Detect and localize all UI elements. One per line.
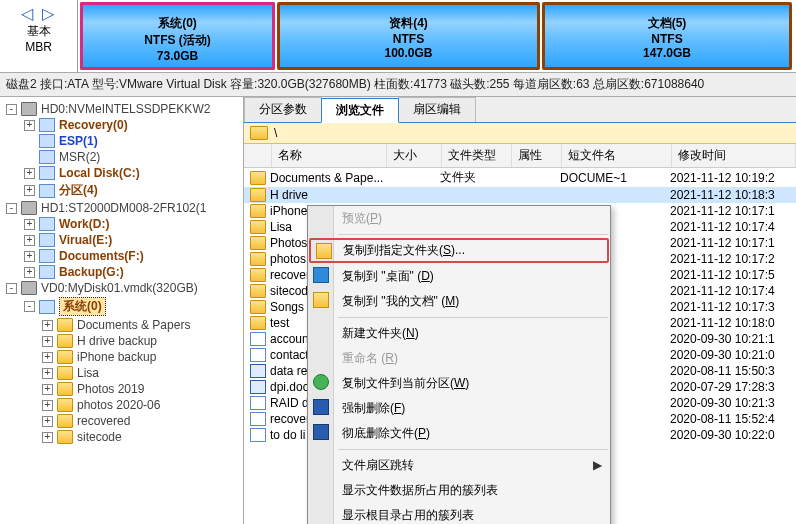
file-icon [250, 332, 266, 346]
tree-node[interactable]: ESP(1) [0, 133, 243, 149]
tree-toggle-icon[interactable]: - [6, 104, 17, 115]
tree-label: ESP(1) [59, 134, 98, 148]
tree-label: Documents(F:) [59, 249, 144, 263]
tree-node[interactable]: +分区(4) [0, 181, 243, 200]
tree-node[interactable]: +Virual(E:) [0, 232, 243, 248]
file-row[interactable]: H drive2021-11-12 10:18:3 [244, 187, 796, 203]
tree-toggle-icon[interactable]: + [42, 416, 53, 427]
menu-item[interactable]: 复制到 "桌面" (D) [308, 264, 610, 289]
file-icon [250, 428, 266, 442]
tree-toggle-icon[interactable]: + [24, 185, 35, 196]
tree-label: Backup(G:) [59, 265, 124, 279]
disk-icon [21, 201, 37, 215]
menu-item[interactable]: 复制到 "我的文档" (M) [308, 289, 610, 314]
menu-item[interactable]: 复制文件到当前分区(W) [308, 371, 610, 396]
tree-node[interactable]: +Backup(G:) [0, 264, 243, 280]
tab-browse-files[interactable]: 浏览文件 [321, 98, 399, 123]
tree-node[interactable]: +Work(D:) [0, 216, 243, 232]
col-type[interactable]: 文件类型 [442, 144, 512, 167]
basic-label: 基本 [0, 23, 77, 40]
tree-node[interactable]: -系统(0) [0, 296, 243, 317]
tree-toggle-icon[interactable]: + [42, 400, 53, 411]
tree-label: VD0:MyDisk01.vmdk(320GB) [41, 281, 198, 295]
file-row[interactable]: Documents & Pape...文件夹DOCUME~12021-11-12… [244, 168, 796, 187]
tree-toggle-icon[interactable]: + [24, 235, 35, 246]
tree-node[interactable]: -HD1:ST2000DM008-2FR102(1 [0, 200, 243, 216]
col-name[interactable]: 名称 [272, 144, 387, 167]
tree-node[interactable]: +Lisa [0, 365, 243, 381]
menu-item[interactable]: 文件扇区跳转▶ [308, 453, 610, 478]
folder-icon [250, 252, 266, 266]
menu-label: 复制到 "我的文档" (M) [342, 294, 459, 308]
tree-toggle-icon[interactable]: + [24, 219, 35, 230]
tree-toggle-icon[interactable]: + [42, 368, 53, 379]
tree-toggle-icon[interactable]: + [42, 320, 53, 331]
tree-node[interactable]: MSR(2) [0, 149, 243, 165]
menu-label: 彻底删除文件(P) [342, 426, 430, 440]
tree-node[interactable]: +iPhone backup [0, 349, 243, 365]
tree-node[interactable]: +H drive backup [0, 333, 243, 349]
tree-node[interactable]: +Recovery(0) [0, 117, 243, 133]
partition-block[interactable]: 系统(0)NTFS (活动)73.0GB [80, 2, 275, 70]
col-short[interactable]: 短文件名 [562, 144, 672, 167]
menu-item[interactable]: 新建文件夹(N) [308, 321, 610, 346]
col-size[interactable]: 大小 [387, 144, 442, 167]
menu-item[interactable]: 显示根目录占用的簇列表 [308, 503, 610, 524]
tree-toggle-icon[interactable]: + [42, 352, 53, 363]
tab-partition-params[interactable]: 分区参数 [244, 97, 322, 122]
file-icon [250, 348, 266, 362]
folder-icon [250, 236, 266, 250]
volume-icon [39, 166, 55, 180]
menu-label: 复制文件到当前分区(W) [342, 376, 469, 390]
tree-node[interactable]: +photos 2020-06 [0, 397, 243, 413]
partition-block[interactable]: 文档(5)NTFS147.0GB [542, 2, 792, 70]
folder-icon [57, 414, 73, 428]
menu-item[interactable]: 彻底删除文件(P) [308, 421, 610, 446]
menu-item[interactable]: 复制到指定文件夹(S)... [309, 238, 609, 263]
folder-icon [57, 382, 73, 396]
tab-sector-edit[interactable]: 扇区编辑 [398, 97, 476, 122]
tree-node[interactable]: +Documents & Papers [0, 317, 243, 333]
tree-label: Photos 2019 [77, 382, 144, 396]
path-bar[interactable]: \ [244, 123, 796, 144]
menu-label: 重命名 (R) [342, 351, 398, 365]
tree-toggle-icon[interactable]: + [24, 168, 35, 179]
file-icon [250, 412, 266, 426]
tree-toggle-icon[interactable]: + [42, 384, 53, 395]
disk-icon [21, 281, 37, 295]
mbr-label: MBR [0, 40, 77, 54]
tree-toggle-icon[interactable]: - [6, 283, 17, 294]
tree-node[interactable]: +Local Disk(C:) [0, 165, 243, 181]
tree-toggle-icon[interactable]: + [42, 432, 53, 443]
partition-block[interactable]: 资料(4)NTFS100.0GB [277, 2, 540, 70]
nav-arrows-icon[interactable]: ◁ ▷ [0, 4, 77, 23]
tree-toggle-icon[interactable]: + [42, 336, 53, 347]
tree-node[interactable]: +Documents(F:) [0, 248, 243, 264]
disk-tree[interactable]: -HD0:NVMeINTELSSDPEKKW2+Recovery(0)ESP(1… [0, 97, 244, 524]
tree-toggle-icon[interactable]: - [6, 203, 17, 214]
tree-node[interactable]: +Photos 2019 [0, 381, 243, 397]
context-menu[interactable]: 预览(P)复制到指定文件夹(S)...复制到 "桌面" (D)复制到 "我的文档… [307, 205, 611, 524]
tree-label: Documents & Papers [77, 318, 190, 332]
folder-icon [316, 243, 332, 259]
tree-toggle-icon[interactable]: + [24, 120, 35, 131]
folder-icon [57, 398, 73, 412]
tree-node[interactable]: -HD0:NVMeINTELSSDPEKKW2 [0, 101, 243, 117]
tree-toggle-icon[interactable]: + [24, 251, 35, 262]
tree-node[interactable]: -VD0:MyDisk01.vmdk(320GB) [0, 280, 243, 296]
tree-node[interactable]: +recovered [0, 413, 243, 429]
tree-node[interactable]: +sitecode [0, 429, 243, 445]
file-columns[interactable]: 名称 大小 文件类型 属性 短文件名 修改时间 [244, 144, 796, 168]
folder-icon [57, 366, 73, 380]
folder-icon [250, 171, 266, 185]
menu-item[interactable]: 显示文件数据所占用的簇列表 [308, 478, 610, 503]
col-mtime[interactable]: 修改时间 [672, 144, 796, 167]
tree-toggle-icon[interactable]: + [24, 267, 35, 278]
col-attr[interactable]: 属性 [512, 144, 562, 167]
tree-label: Virual(E:) [59, 233, 112, 247]
menu-item[interactable]: 强制删除(F) [308, 396, 610, 421]
tree-label: iPhone backup [77, 350, 156, 364]
volume-icon [39, 134, 55, 148]
volume-icon [39, 300, 55, 314]
tree-toggle-icon[interactable]: - [24, 301, 35, 312]
